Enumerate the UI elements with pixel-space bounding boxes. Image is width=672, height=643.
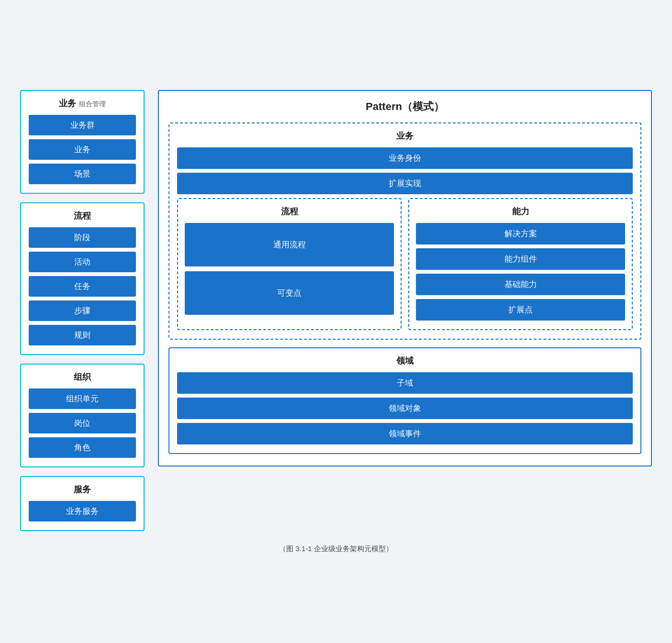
right-domain-item-2: 领域事件 [177, 423, 633, 444]
left-process-title: 流程 [29, 210, 136, 222]
right-capability-section: 能力 解决方案 能力组件 基础能力 扩展点 [408, 198, 633, 330]
middle-row: 流程 通用流程 可变点 能力 解决方案 能力组件 基础能力 扩展点 [177, 198, 633, 330]
left-business-box: 业务 组合管理 业务群 业务 场景 [20, 90, 145, 194]
left-business-item-1: 业务 [29, 139, 136, 160]
right-process-section: 流程 通用流程 可变点 [177, 198, 402, 330]
right-domain-item-0: 子域 [177, 372, 633, 394]
left-business-item-2: 场景 [29, 164, 136, 184]
right-business-label: 业务 [177, 130, 633, 142]
left-process-box: 流程 阶段 活动 任务 步骤 规则 [20, 202, 145, 355]
right-title: Pattern（模式） [168, 100, 641, 114]
right-capability-item-0: 解决方案 [416, 223, 625, 244]
left-service-item-0: 业务服务 [29, 501, 136, 521]
right-capability-item-2: 基础能力 [416, 274, 625, 295]
left-org-title-main: 组织 [74, 372, 91, 382]
right-business-item-1: 扩展实现 [177, 173, 633, 194]
right-business-item-0: 业务身份 [177, 147, 633, 169]
left-org-item-1: 岗位 [29, 413, 136, 433]
right-capability-item-3: 扩展点 [416, 299, 625, 321]
left-process-title-main: 流程 [74, 211, 91, 221]
right-domain-label: 领域 [177, 355, 633, 366]
left-org-box: 组织 组织单元 岗位 角色 [20, 364, 145, 467]
left-business-subtitle: 组合管理 [79, 100, 106, 108]
left-service-title-main: 服务 [74, 485, 91, 494]
right-process-item-1: 可变点 [185, 271, 394, 315]
right-domain-section: 领域 子域 领域对象 领域事件 [168, 347, 641, 454]
right-capability-item-1: 能力组件 [416, 248, 625, 270]
left-org-title: 组织 [29, 371, 136, 383]
left-service-title: 服务 [29, 484, 136, 495]
right-process-label: 流程 [185, 206, 394, 217]
caption: （图 3.1-1 企业级业务架构元模型） [279, 544, 393, 554]
left-org-item-2: 角色 [29, 437, 136, 458]
left-process-item-0: 阶段 [29, 227, 136, 248]
left-process-item-1: 活动 [29, 252, 136, 272]
right-process-item-0: 通用流程 [185, 223, 394, 266]
left-service-box: 服务 业务服务 [20, 476, 145, 531]
left-org-item-0: 组织单元 [29, 388, 136, 409]
left-business-title: 业务 组合管理 [29, 98, 136, 109]
left-process-item-2: 任务 [29, 276, 136, 297]
left-process-item-4: 规则 [29, 325, 136, 345]
left-process-item-3: 步骤 [29, 300, 136, 321]
main-container: 业务 组合管理 业务群 业务 场景 流程 阶段 活动 任务 步骤 规则 组织 组… [20, 90, 652, 531]
right-capability-label: 能力 [416, 206, 625, 217]
right-domain-item-1: 领域对象 [177, 398, 633, 419]
left-business-item-0: 业务群 [29, 115, 136, 135]
left-panel: 业务 组合管理 业务群 业务 场景 流程 阶段 活动 任务 步骤 规则 组织 组… [20, 90, 145, 531]
left-business-title-main: 业务 [59, 99, 76, 108]
right-panel: Pattern（模式） 业务 业务身份 扩展实现 流程 通用流程 可变点 能力 … [158, 90, 652, 466]
right-business-section: 业务 业务身份 扩展实现 流程 通用流程 可变点 能力 解决方案 能力组件 基础… [168, 122, 641, 340]
